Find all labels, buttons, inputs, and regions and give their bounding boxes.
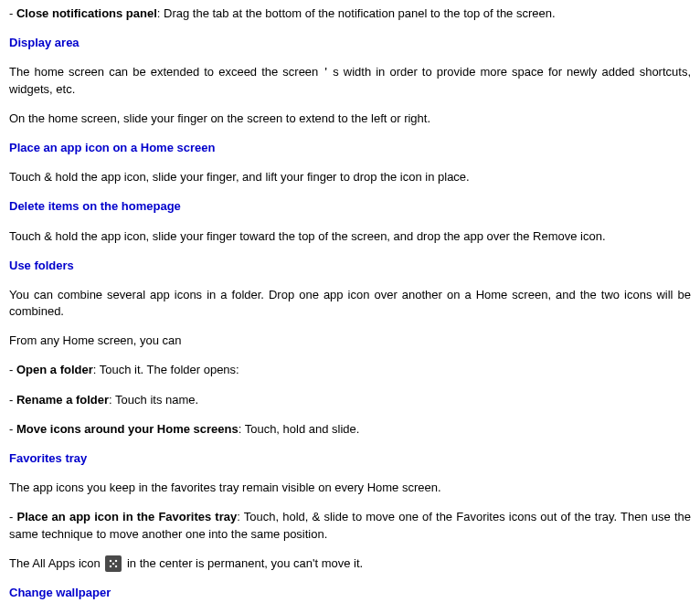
rename-folder-rest: : Touch its name. (109, 393, 198, 407)
heading-change-wallpaper: Change wallpaper (9, 585, 691, 601)
place-app-icon-desc: Touch & hold the app icon, slide your fi… (9, 169, 691, 185)
place-favorites-label: Place an app icon in the Favorites tray (16, 510, 237, 523)
close-notifications-label: Close notifications panel (16, 6, 157, 20)
close-notifications-line: - Close notifications panel: Drag the ta… (9, 5, 691, 22)
heading-display-area: Display area (9, 35, 691, 51)
rename-folder-line: - Rename a folder: Touch its name. (9, 392, 691, 408)
use-folders-desc: You can combine several app icons in a f… (9, 287, 691, 320)
display-area-desc-2: On the home screen, slide your finger on… (9, 111, 691, 127)
heading-delete-items: Delete items on the homepage (9, 198, 691, 215)
heading-place-app-icon: Place an app icon on a Home screen (9, 140, 691, 156)
move-icons-label: Move icons around your Home screens (16, 422, 239, 436)
dash-prefix: - (9, 393, 16, 407)
all-apps-line: The All Apps icon in the center is perma… (9, 555, 691, 573)
dash-prefix: - (9, 6, 16, 20)
open-folder-rest: : Touch it. The folder opens: (93, 363, 239, 376)
display-area-desc-1: The home screen can be extended to excee… (9, 64, 691, 97)
all-apps-before: The All Apps icon (9, 556, 103, 570)
close-notifications-rest: : Drag the tab at the bottom of the noti… (157, 6, 556, 20)
delete-items-desc: Touch & hold the app icon, slide your fi… (9, 228, 691, 245)
rename-folder-label: Rename a folder (16, 393, 109, 407)
move-icons-line: - Move icons around your Home screens: T… (9, 421, 691, 438)
all-apps-icon (105, 555, 122, 572)
open-folder-label: Open a folder (16, 363, 93, 376)
open-folder-line: - Open a folder: Touch it. The folder op… (9, 362, 691, 378)
move-icons-rest: : Touch, hold and slide. (239, 422, 360, 436)
heading-use-folders: Use folders (9, 258, 691, 274)
dash-prefix: - (9, 422, 16, 436)
favorites-tray-desc: The app icons you keep in the favorites … (9, 480, 691, 496)
dash-prefix: - (9, 363, 16, 376)
heading-favorites-tray: Favorites tray (9, 450, 691, 467)
from-any-home-screen: From any Home screen, you can (9, 333, 691, 349)
place-favorites-line: - Place an app icon in the Favorites tra… (9, 509, 691, 542)
all-apps-after: in the center is permanent, you can't mo… (123, 556, 363, 570)
